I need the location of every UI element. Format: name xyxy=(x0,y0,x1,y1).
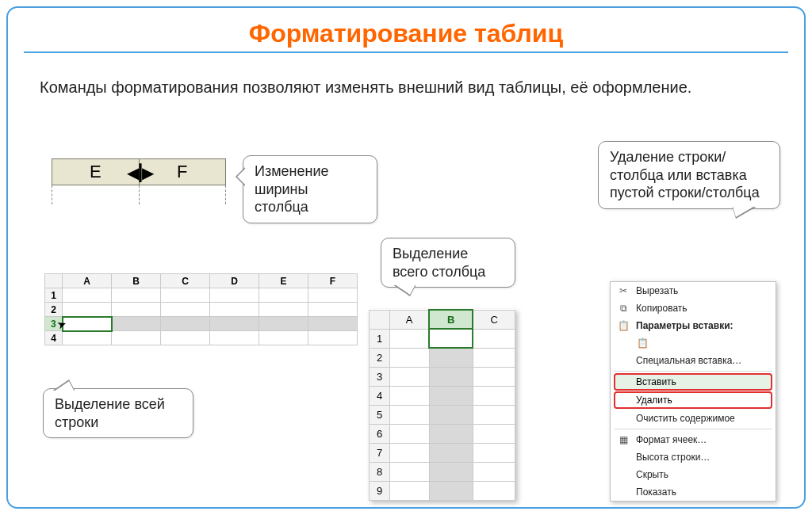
callout-column-width: Изменение ширины столбца xyxy=(243,155,377,223)
col-header: E xyxy=(259,274,308,288)
menu-cut[interactable]: ✂ Вырезать xyxy=(611,282,776,299)
menu-label: Высота строки… xyxy=(636,452,710,463)
col-header: D xyxy=(210,274,259,288)
row-header: 8 xyxy=(370,462,390,481)
format-icon: ▦ xyxy=(617,434,630,445)
menu-paste-special[interactable]: Специальная вставка… xyxy=(611,352,776,369)
page-title: Форматирование таблиц xyxy=(8,19,804,48)
row-header: 4 xyxy=(370,386,390,405)
clipboard-icon: 📋 xyxy=(617,320,630,331)
callout-column-selection: Выделение всего столбца xyxy=(381,238,515,288)
col-header-F: F xyxy=(140,159,226,185)
row-header: 7 xyxy=(370,443,390,462)
corner-cell xyxy=(45,274,63,288)
paste-icon: 📋 xyxy=(636,338,649,349)
menu-label: Вырезать xyxy=(636,285,678,296)
row-header: 4 xyxy=(45,331,63,345)
intro-text: Команды форматирования позволяют изменят… xyxy=(40,77,772,98)
menu-label: Специальная вставка… xyxy=(636,355,741,366)
menu-label: Скрыть xyxy=(636,469,668,480)
corner-cell xyxy=(370,310,390,329)
context-menu: ✂ Вырезать ⧉ Копировать 📋 Параметры вста… xyxy=(610,281,776,502)
menu-hide[interactable]: Скрыть xyxy=(611,466,776,483)
col-header: B xyxy=(112,274,161,288)
row-header: 1 xyxy=(45,288,63,303)
row-header: 2 xyxy=(45,303,63,317)
menu-label: Формат ячеек… xyxy=(636,434,707,445)
row-header: 1 xyxy=(370,329,390,348)
col-header: A xyxy=(63,274,112,288)
menu-label: Вставить xyxy=(636,376,676,387)
resize-arrows-icon: ◀┃▶ xyxy=(127,163,151,182)
menu-label: Показать xyxy=(636,486,676,498)
menu-copy[interactable]: ⧉ Копировать xyxy=(611,299,776,317)
menu-paste-options: 📋 Параметры вставки: xyxy=(611,317,776,334)
menu-label: Удалить xyxy=(636,395,672,406)
scissors-icon: ✂ xyxy=(617,285,630,296)
figure-column-selection: A B C 1 2 3 4 5 6 7 8 9 xyxy=(369,309,515,501)
menu-delete[interactable]: Удалить xyxy=(614,391,772,409)
row-header: 3 xyxy=(370,367,390,386)
figure-row-selection: A B C D E F 1 2 3 4 ➤ xyxy=(44,273,358,345)
row-header: 9 xyxy=(370,481,390,500)
col-header: C xyxy=(161,274,210,288)
row-header: 6 xyxy=(370,424,390,443)
dashed-guides xyxy=(52,185,226,204)
menu-clear[interactable]: Очистить содержимое xyxy=(611,410,776,427)
col-header-selected: B xyxy=(429,310,473,329)
menu-paste-default[interactable]: 📋 xyxy=(611,334,776,352)
menu-label: Параметры вставки: xyxy=(636,320,733,331)
col-header: A xyxy=(390,310,430,329)
row-header: 5 xyxy=(370,405,390,424)
menu-separator xyxy=(614,429,772,429)
col-header: C xyxy=(473,310,515,329)
menu-show[interactable]: Показать xyxy=(611,483,776,501)
copy-icon: ⧉ xyxy=(617,303,630,314)
callout-row-selection: Выделение всей строки xyxy=(43,388,193,438)
menu-insert[interactable]: Вставить xyxy=(614,373,772,391)
title-underline xyxy=(24,52,788,53)
callout-delete-insert: Удаление строки/столбца или вставка пуст… xyxy=(598,141,780,209)
slide: Форматирование таблиц Команды форматиров… xyxy=(6,6,806,509)
menu-label: Очистить содержимое xyxy=(636,413,735,424)
menu-format-cells[interactable]: ▦ Формат ячеек… xyxy=(611,431,776,448)
menu-label: Копировать xyxy=(636,303,688,314)
col-header: F xyxy=(308,274,358,288)
menu-row-height[interactable]: Высота строки… xyxy=(611,448,776,466)
figure-column-width: E F ◀┃▶ xyxy=(52,158,226,196)
menu-separator xyxy=(614,371,772,372)
row-header: 2 xyxy=(370,348,390,367)
